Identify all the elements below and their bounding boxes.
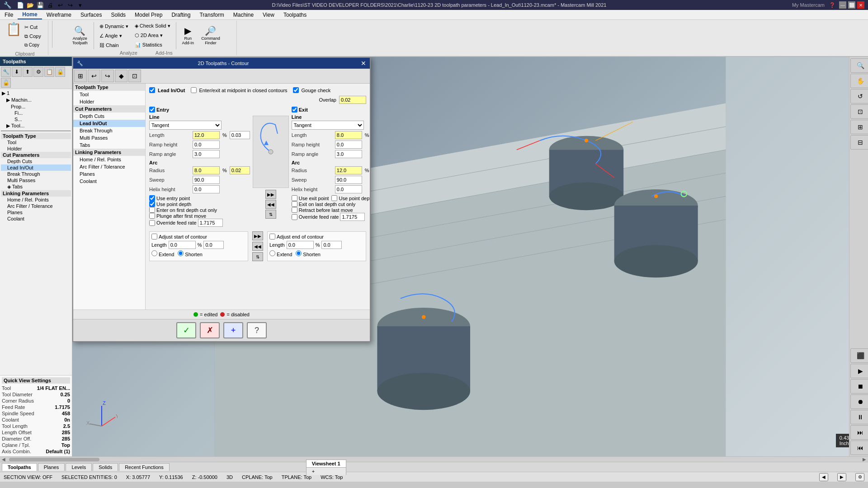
menu-model-prep[interactable]: Model Prep [130,11,167,19]
transfer-left-btn[interactable]: ◀◀ [265,200,276,209]
hscroll[interactable]: ◀ ▶ [0,456,868,462]
override-feed-exit-cb[interactable] [292,214,297,220]
nav-btn-4[interactable]: ◆ [115,70,127,82]
hscroll-thumb[interactable] [9,458,99,461]
overlap-input[interactable] [339,96,366,104]
dl-coolant[interactable]: Coolant [73,178,145,185]
tree-item-1[interactable]: ▶ 1 [1,90,71,97]
nav-btn-1[interactable]: ⊞ [74,70,87,82]
adj-end-pct-input[interactable] [321,241,342,249]
dl-holder[interactable]: Holder [73,98,145,105]
tab-add-viewsheet[interactable]: + [306,467,346,475]
tree-holder[interactable]: Holder [1,145,71,152]
tree-s[interactable]: S... [14,116,71,122]
open-button[interactable]: 📂 [26,0,35,9]
adj-end-shorten-label[interactable]: Shorten [296,250,321,257]
tree-coolant[interactable]: Coolant [1,216,71,222]
help-icon[interactable]: ❓ [829,2,835,8]
tree-tabs[interactable]: ◈ Tabs [1,183,71,190]
tb-btn-unlock[interactable]: 🔓 [1,78,11,88]
adj-start-pct-input[interactable] [203,241,224,249]
tb-btn-1[interactable]: 🔧 [1,67,11,77]
new-button[interactable]: 📄 [16,0,25,9]
dl-multi-passes[interactable]: Multi Passes [73,134,145,141]
minimize-button[interactable]: — [839,1,846,9]
command-finder-button[interactable]: 🔎 CommandFinder [198,24,223,47]
tab-planes[interactable]: Planes [38,463,65,471]
exit-last-depth-label[interactable]: Exit on last depth cut only [292,201,370,207]
exit-helix-input[interactable] [335,185,362,193]
dl-break-through[interactable]: Break Through [73,127,145,134]
tab-recent-functions[interactable]: Recent Functions [119,463,170,471]
tree-planes[interactable]: Planes [1,209,71,216]
gouge-check-checkbox[interactable] [293,87,299,93]
use-entry-point-cb[interactable] [149,195,155,201]
hscroll-left[interactable]: ◀ [0,457,7,462]
dynamic-button[interactable]: ⊕ Dynamic ▾ [97,22,131,31]
entry-length-pct-input[interactable] [230,131,250,139]
vp-btn-5[interactable]: ⊞ [850,120,868,134]
menu-transform[interactable]: Transform [195,11,228,19]
exit-length-input[interactable] [335,131,362,139]
tree-prop[interactable]: Prop... [10,103,71,110]
menu-solids[interactable]: Solids [106,11,130,19]
use-point-depth-exit-cb[interactable] [331,195,337,201]
use-point-depth-cb[interactable] [149,201,155,207]
menu-home[interactable]: Home [18,10,42,19]
exit-ramp-height-input[interactable] [335,141,362,149]
nav-btn-3[interactable]: ↪ [101,70,114,82]
adj-start-shorten-label[interactable]: Shorten [178,250,203,257]
adjust-start-label[interactable]: Adjust start of contour [151,234,246,239]
override-feed-entry-label[interactable]: Override feed rate [149,219,250,227]
enter-midpoint-checkbox[interactable] [191,87,197,93]
copy2-button[interactable]: ⧉ Copy [22,41,44,49]
entry-ramp-height-input[interactable] [193,141,220,149]
tb-btn-3[interactable]: ⬆ [23,67,33,77]
menu-view[interactable]: View [258,11,279,19]
adjust-end-len-input[interactable] [287,241,314,249]
use-exit-point-label[interactable]: Use exit point [292,195,329,201]
enter-first-depth-cb[interactable] [149,207,155,213]
tree-depth-cuts[interactable]: Depth Cuts [1,158,71,164]
adj-start-shorten-radio[interactable] [178,250,184,256]
nav-btn-5[interactable]: ⊡ [128,70,141,82]
exit-type-select[interactable]: Tangent Perpendicular [292,121,364,130]
tree-arc-filter[interactable]: Arc Filter / Tolerance [1,203,71,209]
save-button[interactable]: 💾 [36,0,45,9]
vp-btn-2[interactable]: ✋ [850,74,868,88]
dl-cut-params[interactable]: Cut Parameters [73,105,145,113]
menu-surfaces[interactable]: Surfaces [76,11,106,19]
menu-toolpaths[interactable]: Toolpaths [279,11,311,19]
override-feed-exit-input[interactable] [340,213,365,221]
retract-last-label[interactable]: Retract before last move [292,207,370,213]
viewport[interactable]: Z Y X 0.4333 in Inch 🔍 ✋ ↺ ⊡ ⊞ ⊟ ⬛ ▶ ⏹ ⏺ [72,57,868,456]
run-addin-button[interactable]: ▶ RunAdd-In [179,24,198,47]
tab-solids[interactable]: Solids [93,463,118,471]
tb-btn-lock[interactable]: 🔒 [55,67,65,77]
cancel-button[interactable]: ✗ [200,322,220,338]
retract-last-cb[interactable] [292,207,297,213]
override-feed-entry-cb[interactable] [149,220,155,226]
entry-ramp-angle-input[interactable] [193,150,220,158]
vp-btn-bottom-1[interactable]: ⬛ [850,348,868,363]
entry-radius-input[interactable] [193,166,220,174]
maximize-button[interactable]: ⬜ [848,1,855,9]
use-entry-point-label[interactable]: Use entry point [149,195,250,201]
adj-start-extend-radio[interactable] [151,250,157,256]
tb-btn-2[interactable]: ⬇ [12,67,22,77]
dl-arc-filter[interactable]: Arc Filter / Tolerance [73,163,145,170]
lead-inout-checkbox[interactable] [149,87,155,93]
adj-transfer-flip[interactable]: ⇅ [252,252,263,261]
gouge-check-label[interactable]: Gouge check [293,87,331,93]
hscroll-right[interactable]: ▶ [861,457,868,462]
status-settings-btn[interactable]: ⚙ [855,473,864,481]
analyze-toolpath-button[interactable]: 🔍 AnalyzeToolpath [69,24,91,47]
adj-end-extend-label[interactable]: Extend [269,250,292,257]
exit-last-depth-cb[interactable] [292,201,297,207]
menu-drafting[interactable]: Drafting [167,11,195,19]
status-prev-btn[interactable]: ◀ [819,473,828,481]
override-feed-exit-label[interactable]: Override feed rate [292,213,370,221]
transfer-right-btn[interactable]: ▶▶ [265,190,276,199]
undo-button[interactable]: ↩ [56,0,65,9]
dialog-close-button[interactable]: ✕ [361,60,366,67]
